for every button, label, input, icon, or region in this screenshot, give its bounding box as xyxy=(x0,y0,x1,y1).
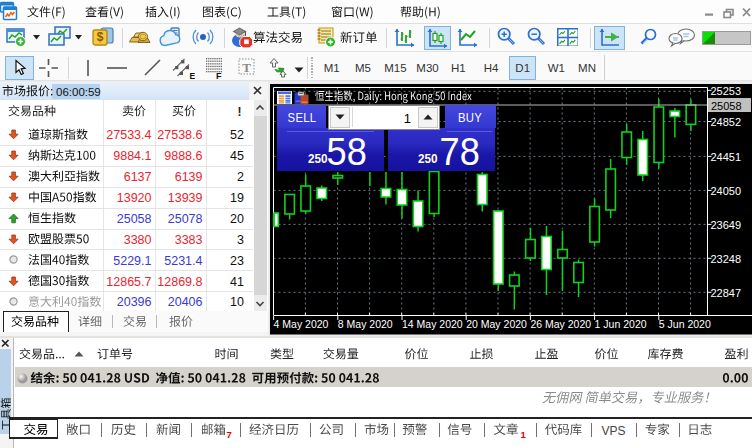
svg-text:F: F xyxy=(216,71,222,80)
svg-text:E: E xyxy=(190,71,196,81)
svg-text:T: T xyxy=(242,60,251,75)
svg-text:$: $ xyxy=(97,30,104,44)
